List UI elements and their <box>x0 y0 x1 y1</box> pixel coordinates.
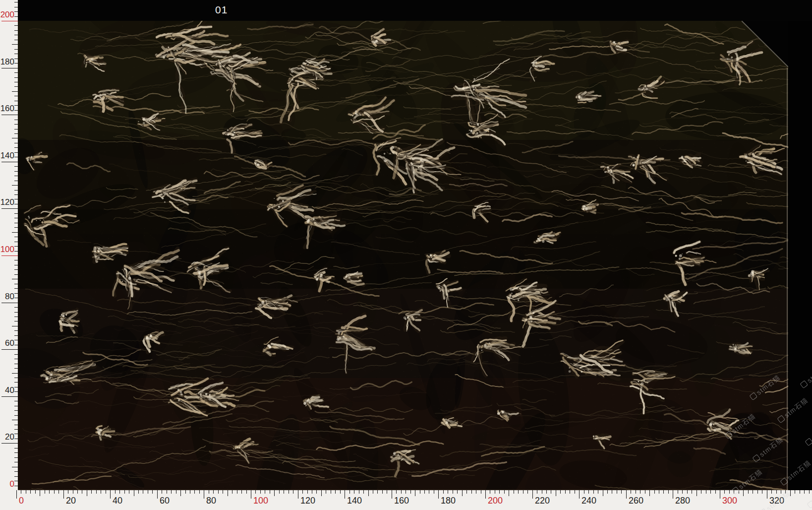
bottom-ruler-label: 80 <box>206 496 216 506</box>
bottom-ruler-label: 100 <box>253 496 268 506</box>
bottom-ruler-tick <box>757 490 758 494</box>
bottom-ruler-tick <box>663 490 664 494</box>
left-ruler-tick <box>14 330 18 331</box>
bottom-ruler-tick <box>167 490 167 494</box>
bottom-ruler-tick <box>645 490 645 494</box>
left-ruler-tick <box>1 396 18 397</box>
bottom-ruler-tick <box>781 490 781 494</box>
bottom-ruler-tick <box>724 490 725 494</box>
bottom-ruler-tick <box>654 490 655 494</box>
left-ruler: 200180160140120100806040200 <box>0 0 18 510</box>
left-ruler-tick <box>14 265 18 265</box>
left-ruler-tick <box>14 406 18 406</box>
bottom-ruler-tick <box>448 490 448 494</box>
left-ruler-tick <box>14 425 18 425</box>
bottom-ruler-tick <box>481 490 481 494</box>
bottom-ruler-tick <box>77 490 78 494</box>
bottom-ruler-tick <box>265 490 265 494</box>
bottom-ruler-tick <box>392 490 392 499</box>
bottom-ruler-tick <box>617 490 617 494</box>
bottom-ruler-tick <box>190 490 190 494</box>
bottom-ruler-tick <box>377 490 378 494</box>
left-ruler-tick <box>14 120 18 120</box>
left-ruler-tick <box>12 232 18 233</box>
bottom-ruler-tick <box>785 490 786 494</box>
bottom-ruler-tick <box>274 490 275 496</box>
bottom-ruler-tick <box>58 490 59 494</box>
bottom-ruler-tick <box>682 490 683 494</box>
bottom-ruler-tick <box>45 490 45 494</box>
bottom-ruler-tick <box>523 490 523 494</box>
left-ruler-tick <box>14 269 18 270</box>
bottom-ruler-tick <box>176 490 176 494</box>
bottom-ruler-tick <box>396 490 397 494</box>
bottom-ruler-tick <box>82 490 82 494</box>
bottom-ruler-tick <box>537 490 537 494</box>
left-ruler-label: 180 <box>0 57 14 67</box>
bottom-ruler-tick <box>331 490 331 494</box>
left-ruler-tick <box>14 194 18 195</box>
bottom-ruler-tick <box>129 490 129 494</box>
bottom-ruler-tick <box>401 490 402 494</box>
bottom-ruler-tick <box>180 490 181 496</box>
bottom-ruler-tick <box>762 490 762 494</box>
left-ruler-tick <box>14 486 18 486</box>
bottom-ruler-tick <box>326 490 326 494</box>
bottom-ruler-label: 0 <box>19 496 24 506</box>
bottom-ruler-tick <box>495 490 495 494</box>
left-ruler-tick <box>14 7 18 7</box>
bottom-ruler-tick <box>640 490 640 494</box>
bottom-ruler-label: 220 <box>535 496 550 506</box>
bottom-ruler-tick <box>706 490 706 494</box>
top-bar: 01 <box>18 0 812 21</box>
bottom-ruler-tick <box>710 490 711 494</box>
bottom-ruler-tick <box>115 490 116 494</box>
bottom-ruler-tick <box>649 490 650 496</box>
left-ruler-tick <box>14 49 18 50</box>
bottom-ruler-tick <box>349 490 350 494</box>
bottom-ruler-tick <box>354 490 354 494</box>
bottom-ruler-tick <box>406 490 406 494</box>
left-ruler-label: 60 <box>0 338 14 348</box>
bottom-ruler-tick <box>795 490 795 494</box>
bottom-ruler-tick <box>251 490 251 499</box>
left-ruler-tick <box>14 476 18 477</box>
bottom-ruler-tick <box>228 490 228 496</box>
bottom-ruler-tick <box>387 490 387 494</box>
bottom-ruler-tick <box>359 490 359 494</box>
left-ruler-tick <box>14 284 18 284</box>
left-ruler-tick <box>14 147 18 148</box>
left-ruler-tick <box>14 471 18 472</box>
left-ruler-tick <box>14 364 18 364</box>
bottom-ruler-tick <box>209 490 209 494</box>
bottom-ruler-tick <box>340 490 341 494</box>
bottom-ruler-tick <box>194 490 195 494</box>
bottom-ruler-tick <box>241 490 242 494</box>
bottom-ruler-tick <box>739 490 739 494</box>
bottom-ruler-tick <box>453 490 453 494</box>
left-ruler-tick <box>14 157 18 157</box>
left-ruler-label: 140 <box>0 151 14 161</box>
bottom-ruler-tick <box>119 490 120 494</box>
bottom-ruler-label: 40 <box>113 496 122 506</box>
bottom-ruler-tick <box>490 490 490 494</box>
bottom-ruler-tick <box>790 490 791 496</box>
bottom-ruler-tick <box>518 490 519 494</box>
left-ruler-tick <box>14 382 18 382</box>
bottom-ruler-tick <box>593 490 594 494</box>
bottom-ruler-tick <box>499 490 500 494</box>
bottom-ruler-tick <box>16 490 17 499</box>
bottom-ruler-tick <box>157 490 158 499</box>
bottom-ruler-tick <box>556 490 556 496</box>
left-ruler-tick <box>14 152 18 153</box>
bottom-ruler-tick <box>532 490 533 499</box>
left-ruler-tick <box>12 91 18 92</box>
left-ruler-tick <box>14 166 18 167</box>
bottom-ruler-tick <box>527 490 528 494</box>
left-ruler-tick <box>14 415 18 416</box>
bottom-ruler-tick <box>218 490 219 494</box>
bottom-ruler-tick <box>143 490 143 494</box>
left-ruler-tick <box>14 133 18 134</box>
slab-image[interactable] <box>18 21 788 490</box>
bottom-ruler-tick <box>476 490 476 494</box>
